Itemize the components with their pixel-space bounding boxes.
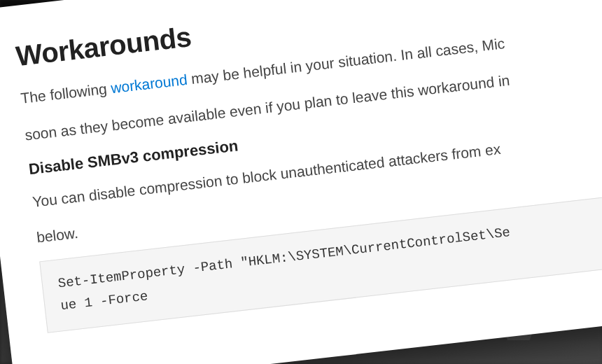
workaround-link[interactable]: workaround [110,71,188,96]
document-panel: Workarounds The following workaround may… [0,0,602,364]
intro-text-prefix: The following [20,80,111,106]
code-line-2: ue 1 -Force [59,289,148,314]
